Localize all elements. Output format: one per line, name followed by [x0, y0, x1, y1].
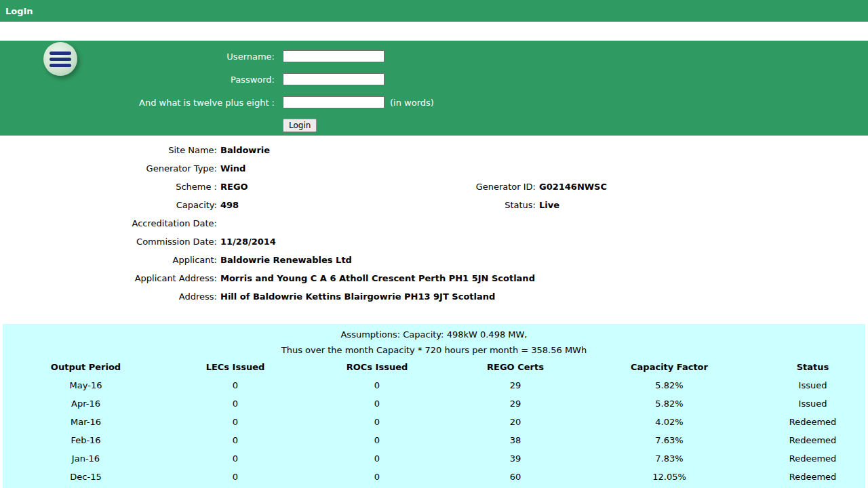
- assumptions-line-2: Thus over the month Capacity * 720 hours…: [3, 342, 865, 358]
- rego-certs-cell: 38: [452, 431, 578, 449]
- detail-row: Address: Hill of Baldowrie Kettins Blair…: [0, 287, 868, 306]
- password-row: Password:: [0, 73, 868, 86]
- lecs-issued-cell: 0: [169, 431, 302, 449]
- output-period-cell: Feb-16: [3, 431, 169, 449]
- output-period-cell: Apr-16: [3, 394, 169, 413]
- status-cell: Redeemed: [760, 449, 865, 468]
- detail-row: Applicant: Baldowrie Renewables Ltd: [0, 251, 868, 269]
- detail-label: Address:: [0, 287, 217, 306]
- detail-label-2: [433, 159, 536, 178]
- status-cell: Redeemed: [760, 413, 865, 431]
- lecs-issued-cell: 0: [169, 413, 302, 431]
- report-rows: May-16 0 0 29 5.82% Issued Apr-16 0 0 29…: [3, 376, 865, 486]
- detail-value: Baldowrie Renewables Ltd: [217, 251, 433, 269]
- rego-certs-cell: 20: [452, 413, 578, 431]
- rocs-issued-cell: 0: [302, 394, 452, 413]
- login-button[interactable]: Login: [283, 119, 317, 132]
- detail-label: Commission Date:: [0, 232, 217, 251]
- login-link[interactable]: LogIn: [5, 6, 33, 16]
- detail-value: Baldowrie: [217, 141, 433, 159]
- captcha-question-label: And what is twelve plus eight :: [0, 98, 275, 108]
- report-header-cell: ROCs Issued: [302, 358, 452, 376]
- captcha-row: And what is twelve plus eight : (in word…: [0, 96, 868, 109]
- detail-row: Site Name: Baldowrie: [0, 141, 868, 159]
- rego-certs-cell: 39: [452, 449, 578, 468]
- capacity-factor-cell: 12.05%: [578, 468, 760, 486]
- capacity-factor-cell: 5.82%: [578, 394, 760, 413]
- output-period-cell: Jan-16: [3, 449, 169, 468]
- report-header-cell: Capacity Factor: [578, 358, 760, 376]
- capacity-factor-cell: 5.82%: [578, 376, 760, 394]
- detail-label: Generator Type:: [0, 159, 217, 178]
- detail-value-2: G02146NWSC: [536, 178, 868, 196]
- detail-value-2: [536, 159, 868, 178]
- rocs-issued-cell: 0: [302, 376, 452, 394]
- lecs-issued-cell: 0: [169, 376, 302, 394]
- report-row: Feb-16 0 0 38 7.63% Redeemed: [3, 431, 865, 449]
- detail-value-2: [536, 232, 868, 251]
- rocs-issued-cell: 0: [302, 468, 452, 486]
- status-cell: Issued: [760, 394, 865, 413]
- hamburger-bar: [50, 58, 71, 61]
- detail-label-2: Generator ID:: [433, 178, 536, 196]
- password-input[interactable]: [283, 73, 384, 85]
- detail-label: Capacity:: [0, 196, 217, 214]
- rego-certs-cell: 60: [452, 468, 578, 486]
- lecs-issued-cell: 0: [169, 394, 302, 413]
- username-label: Username:: [0, 52, 275, 62]
- report-row: Mar-16 0 0 20 4.02% Redeemed: [3, 413, 865, 431]
- detail-row: Generator Type: Wind: [0, 159, 868, 178]
- login-form-panel: Username: Password: And what is twelve p…: [0, 41, 868, 136]
- report-row: Apr-16 0 0 29 5.82% Issued: [3, 394, 865, 413]
- login-button-row: Login: [283, 119, 868, 132]
- report-header-cell: Output Period: [3, 358, 169, 376]
- detail-value-2: [536, 287, 868, 306]
- capacity-factor-cell: 7.83%: [578, 449, 760, 468]
- detail-label-2: [433, 251, 536, 269]
- output-report-panel: Assumptions: Capacity: 498kW 0.498 MW, T…: [3, 324, 865, 488]
- detail-value: [217, 214, 433, 232]
- detail-label-2: [433, 232, 536, 251]
- detail-label-2: [433, 269, 536, 287]
- username-input[interactable]: [283, 50, 384, 62]
- detail-row: Applicant Address: Morris and Young C A …: [0, 269, 868, 287]
- report-header-cell: REGO Certs: [452, 358, 578, 376]
- hamburger-bar: [50, 52, 71, 55]
- detail-label: Applicant:: [0, 251, 217, 269]
- detail-label: Applicant Address:: [0, 269, 217, 287]
- status-cell: Issued: [760, 376, 865, 394]
- detail-value: REGO: [217, 178, 433, 196]
- report-header-cell: LECs Issued: [169, 358, 302, 376]
- site-details-section: Site Name: Baldowrie Generator Type: Win…: [0, 136, 868, 324]
- output-period-cell: Dec-15: [3, 468, 169, 486]
- captcha-answer-input[interactable]: [283, 96, 384, 108]
- rego-certs-cell: 29: [452, 394, 578, 413]
- detail-label-2: [433, 287, 536, 306]
- lecs-issued-cell: 0: [169, 449, 302, 468]
- report-header-cell: Status: [760, 358, 865, 376]
- detail-row: Capacity: 498 Status: Live: [0, 196, 868, 214]
- status-cell: Redeemed: [760, 431, 865, 449]
- detail-value: Hill of Baldowrie Kettins Blairgowrie PH…: [217, 287, 433, 306]
- top-navigation-bar: LogIn: [0, 0, 868, 22]
- output-period-cell: May-16: [3, 376, 169, 394]
- rocs-issued-cell: 0: [302, 449, 452, 468]
- assumptions-line-1: Assumptions: Capacity: 498kW 0.498 MW,: [3, 327, 865, 342]
- detail-value-2: [536, 214, 868, 232]
- hamburger-bar: [50, 64, 71, 67]
- captcha-hint: (in words): [390, 98, 434, 108]
- hamburger-menu-icon[interactable]: [43, 42, 77, 76]
- output-period-cell: Mar-16: [3, 413, 169, 431]
- lecs-issued-cell: 0: [169, 468, 302, 486]
- status-cell: Redeemed: [760, 468, 865, 486]
- rocs-issued-cell: 0: [302, 431, 452, 449]
- white-spacer: [0, 22, 868, 41]
- report-row: Dec-15 0 0 60 12.05% Redeemed: [3, 468, 865, 486]
- detail-label-2: Status:: [433, 196, 536, 214]
- detail-value-2: [536, 251, 868, 269]
- detail-value-2: Live: [536, 196, 868, 214]
- detail-label: Scheme :: [0, 178, 217, 196]
- detail-value: Wind: [217, 159, 433, 178]
- detail-label-2: [433, 141, 536, 159]
- detail-label: Site Name:: [0, 141, 217, 159]
